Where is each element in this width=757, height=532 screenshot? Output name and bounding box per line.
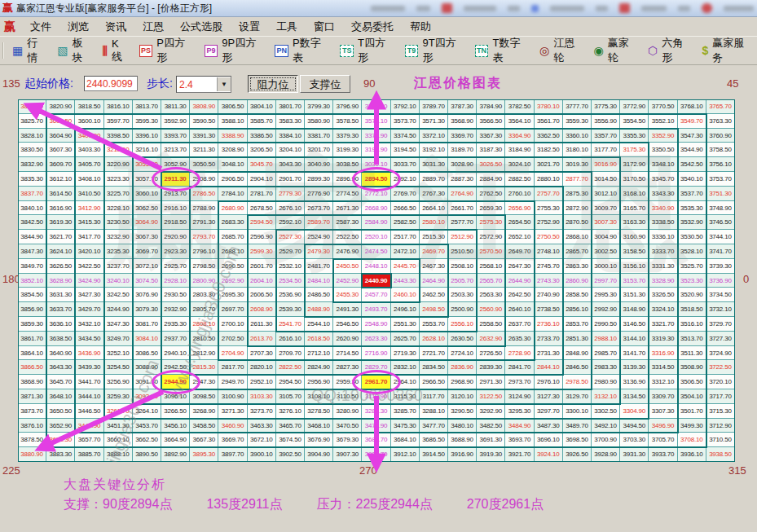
toolbar-button-gann-wheel[interactable]: ◎江恩轮 xyxy=(534,34,588,67)
grid-cell: 2937.70 xyxy=(161,332,190,346)
menu-item-6[interactable]: 工具 xyxy=(268,18,306,36)
grid-cell: 3784.90 xyxy=(477,99,505,114)
grid-cell: 2935.30 xyxy=(161,317,190,332)
grid-cell: 3813.70 xyxy=(133,99,161,114)
toolbar-label: 9T四方形 xyxy=(422,36,463,65)
resistance-button[interactable]: 阻力位 xyxy=(248,75,298,93)
toolbar-button-p-number-table[interactable]: PNP数字表 xyxy=(269,34,334,67)
grid-cell: 3780.10 xyxy=(535,99,563,114)
grid-cell: 2733.70 xyxy=(535,332,563,346)
grid-cell: 3345.70 xyxy=(649,172,677,187)
toolbar-button-hexagon[interactable]: ⬡六角形 xyxy=(642,34,697,67)
grid-cell: 3796.90 xyxy=(333,99,362,114)
toolbar: ▦行情▧板块⫼K线PSP四方形P99P四方形PNP数字表TST四方形T99T四方… xyxy=(0,36,757,65)
step-combobox[interactable]: 2.4 ▼ xyxy=(176,76,231,93)
grid-cell: 2642.50 xyxy=(505,288,534,302)
grid-cell: 3283.30 xyxy=(362,404,390,419)
menu-item-2[interactable]: 资讯 xyxy=(97,18,134,36)
toolbar-label: K线 xyxy=(112,37,127,64)
grid-cell: 3333.70 xyxy=(649,244,677,259)
toolbar-button-t-square[interactable]: TST四方形 xyxy=(334,34,398,67)
grid-cell: 3907.30 xyxy=(333,447,362,462)
grid-cell: 3549.70 xyxy=(678,114,706,129)
toolbar-button-winner-service[interactable]: $赢家服务 xyxy=(697,34,757,67)
menu-item-4[interactable]: 公式选股 xyxy=(172,18,231,36)
toolbar-button-9t-square[interactable]: T99T四方形 xyxy=(399,34,469,67)
menu-item-3[interactable]: 江恩 xyxy=(134,18,172,36)
grid-cell: 3319.30 xyxy=(649,332,677,346)
grid-cell: 2546.50 xyxy=(333,317,362,332)
grid-cell: 2788.90 xyxy=(190,201,218,216)
grid-cell: 3091.30 xyxy=(133,375,161,389)
grid-cell: 3453.70 xyxy=(133,419,161,433)
toolbar-button-quotes[interactable]: ▦行情 xyxy=(7,34,51,67)
grid-cell: 3223.30 xyxy=(104,172,133,187)
grid-cell: 3626.50 xyxy=(46,259,75,274)
grid-cell: 3093.70 xyxy=(133,389,161,404)
grid-cell: 3026.50 xyxy=(477,157,505,172)
grid-cell: 3400.90 xyxy=(75,129,103,143)
grid-cell: 3770.50 xyxy=(649,99,677,114)
grid-cell: 3067.30 xyxy=(133,230,161,244)
grid-cell: 3892.90 xyxy=(161,447,190,462)
grid-cell: 2517.70 xyxy=(391,230,420,244)
menu-item-1[interactable]: 浏览 xyxy=(59,18,97,36)
menu-item-0[interactable]: 文件 xyxy=(22,18,59,36)
grid-cell: 3662.50 xyxy=(133,433,161,447)
grid-cell: 3446.50 xyxy=(75,404,103,419)
grid-cell: 2683.30 xyxy=(218,215,247,230)
toolbar-button-kline[interactable]: ⫼K线 xyxy=(97,34,134,67)
support-button[interactable]: 支撑位 xyxy=(300,75,350,93)
highlight-cell-135-deg: 2911.30 xyxy=(161,172,190,187)
grid-cell: 2906.50 xyxy=(218,172,247,187)
grid-cell: 3259.30 xyxy=(104,389,133,404)
center-start-price-cell: 2440.90 xyxy=(362,274,390,288)
grid-cell: 2872.90 xyxy=(563,201,592,216)
blurred-text xyxy=(724,6,754,11)
menu-item-5[interactable]: 设置 xyxy=(231,18,268,36)
grid-cell: 3775.30 xyxy=(592,99,620,114)
grid-cell: 3844.90 xyxy=(18,230,46,244)
toolbar-button-9p-square[interactable]: P99P四方形 xyxy=(199,34,270,67)
toolbar-button-sectors[interactable]: ▧板块 xyxy=(51,34,96,67)
pressure-270-text: 270度2961点 xyxy=(467,496,544,513)
grid-cell: 2452.90 xyxy=(333,274,362,288)
grid-cell: 3816.10 xyxy=(104,99,133,114)
grid-cell: 3415.30 xyxy=(75,215,103,230)
toolbar-label: 赢家轮 xyxy=(608,36,636,65)
grid-cell: 3729.70 xyxy=(706,317,735,332)
chevron-down-icon[interactable]: ▼ xyxy=(217,77,231,91)
start-price-input[interactable] xyxy=(84,76,138,91)
grid-cell: 2649.70 xyxy=(505,244,534,259)
grid-cell: 3789.70 xyxy=(420,99,448,114)
grid-cell: 3024.10 xyxy=(505,157,534,172)
grid-cell: 3098.50 xyxy=(190,389,218,404)
grid-cell: 3470.50 xyxy=(333,419,362,433)
grid-cell: 3338.50 xyxy=(649,215,677,230)
grid-cell: 2500.90 xyxy=(448,302,477,317)
grid-cell: 2985.70 xyxy=(592,346,620,361)
grid-cell: 3141.70 xyxy=(620,346,649,361)
grid-cell: 2815.30 xyxy=(190,360,218,375)
menu-item-8[interactable]: 交易委托 xyxy=(343,18,402,36)
toolbar-button-winner-wheel[interactable]: ◉赢家轮 xyxy=(588,34,642,67)
grid-cell: 2527.30 xyxy=(276,230,305,244)
grid-cell: 2736.10 xyxy=(535,317,563,332)
grid-cell: 2920.90 xyxy=(161,230,190,244)
grid-cell: 2524.90 xyxy=(305,230,333,244)
toolbar-label: 赢家服务 xyxy=(712,36,751,65)
toolbar-button-t-number-table[interactable]: TNT数字表 xyxy=(469,34,534,67)
grid-cell: 3590.50 xyxy=(190,114,218,129)
grid-cell: 3552.10 xyxy=(649,114,677,129)
grid-cell: 3873.70 xyxy=(18,404,46,419)
menu-item-7[interactable]: 窗口 xyxy=(306,18,343,36)
blurred-text xyxy=(678,6,690,11)
grid-cell: 3324.10 xyxy=(649,302,677,317)
grid-cell: 2719.30 xyxy=(391,346,420,361)
menu-item-9[interactable]: 帮助 xyxy=(402,18,439,36)
grid-cell: 3573.70 xyxy=(391,114,420,129)
grid-cell: 2671.30 xyxy=(333,201,362,216)
toolbar-button-p-square[interactable]: PSP四方形 xyxy=(134,34,199,67)
grid-cell: 2964.10 xyxy=(391,375,420,389)
grid-cell: 2678.50 xyxy=(248,201,276,216)
